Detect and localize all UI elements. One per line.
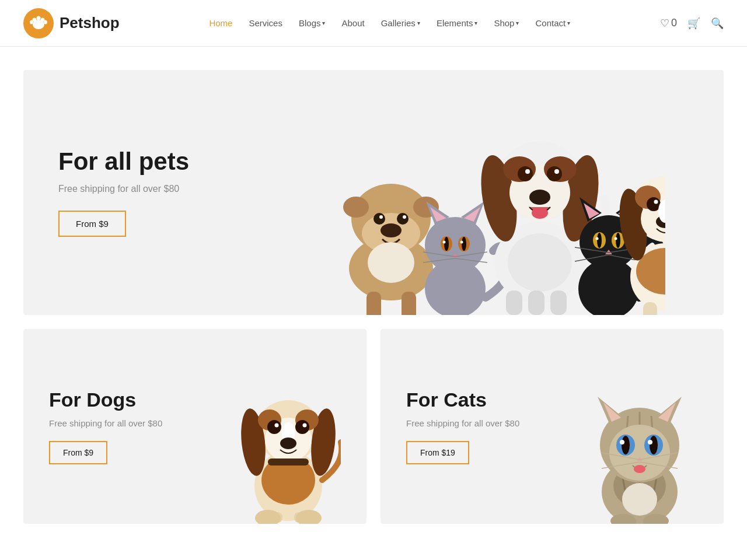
svg-point-33 — [460, 241, 463, 244]
header-icons: ♡0 🛒 🔍 — [660, 17, 724, 30]
svg-point-50 — [554, 169, 559, 174]
site-header: Petshop Home Services Blogs ▾ About Gall… — [0, 0, 747, 47]
svg-rect-87 — [643, 302, 657, 315]
cats-promo-card: For Cats Free shipping for all over $80 … — [381, 329, 724, 524]
svg-point-31 — [462, 237, 466, 251]
svg-rect-18 — [402, 292, 416, 315]
dogs-promo-button[interactable]: From $9 — [49, 441, 107, 464]
nav-shop[interactable]: Shop ▾ — [494, 18, 519, 28]
wishlist-icon[interactable]: ♡0 — [660, 17, 677, 30]
dogs-promo-card: For Dogs Free shipping for all over $80 … — [23, 329, 366, 524]
svg-point-40 — [508, 233, 572, 292]
svg-rect-53 — [506, 290, 522, 315]
blogs-chevron-icon: ▾ — [322, 20, 325, 26]
svg-point-5 — [30, 20, 33, 24]
svg-point-49 — [525, 169, 530, 174]
dogs-promo-image — [162, 355, 341, 524]
logo-icon — [23, 8, 54, 38]
svg-point-30 — [444, 237, 449, 251]
shop-chevron-icon: ▾ — [516, 20, 519, 26]
hero-button[interactable]: From $9 — [58, 211, 126, 237]
svg-point-131 — [634, 465, 645, 473]
logo-text: Petshop — [60, 14, 120, 32]
svg-rect-17 — [366, 292, 381, 315]
hero-subtitle: Free shipping for all over $80 — [58, 184, 189, 194]
svg-point-128 — [620, 440, 624, 444]
dogs-promo-subtitle: Free shipping for all over $80 — [49, 418, 162, 428]
nav-about[interactable]: About — [341, 18, 364, 28]
svg-point-129 — [648, 440, 652, 444]
nav-elements[interactable]: Elements ▾ — [437, 18, 478, 28]
svg-point-10 — [374, 213, 385, 225]
svg-point-65 — [616, 233, 620, 248]
pets-svg — [303, 105, 665, 315]
nav-galleries[interactable]: Galleries ▾ — [381, 18, 420, 28]
hero-banner: For all pets Free shipping for all over … — [23, 70, 724, 315]
svg-point-51 — [529, 190, 550, 205]
svg-point-48 — [547, 166, 562, 181]
cats-promo-content: For Cats Free shipping for all over $80 … — [406, 388, 519, 490]
svg-point-67 — [615, 237, 617, 240]
dogs-promo-content: For Dogs Free shipping for all over $80 … — [49, 388, 162, 490]
svg-point-104 — [280, 438, 296, 449]
svg-point-83 — [654, 200, 658, 204]
dogs-promo-title: For Dogs — [49, 388, 162, 411]
svg-point-3 — [37, 16, 41, 20]
cats-promo-subtitle: Free shipping for all over $80 — [406, 418, 519, 428]
svg-point-13 — [403, 215, 406, 219]
svg-point-12 — [379, 215, 383, 219]
svg-point-11 — [397, 213, 409, 225]
svg-rect-105 — [268, 459, 309, 466]
nav-blogs[interactable]: Blogs ▾ — [299, 18, 326, 28]
svg-point-126 — [622, 436, 630, 454]
dog-sitting-svg — [236, 372, 341, 524]
svg-point-52 — [532, 207, 548, 219]
nav-contact[interactable]: Contact ▾ — [535, 18, 570, 28]
svg-point-32 — [443, 241, 446, 244]
svg-point-19 — [368, 242, 414, 283]
svg-point-101 — [275, 424, 279, 428]
svg-point-2 — [33, 18, 37, 22]
contact-chevron-icon: ▾ — [567, 20, 570, 26]
svg-point-47 — [518, 166, 533, 181]
svg-rect-55 — [550, 290, 567, 315]
cat-kitten-svg — [581, 384, 698, 524]
svg-point-99 — [267, 420, 281, 434]
svg-point-6 — [44, 20, 47, 24]
cats-promo-button[interactable]: From $19 — [406, 441, 469, 464]
search-icon[interactable]: 🔍 — [711, 17, 724, 30]
svg-point-15 — [343, 197, 369, 218]
logo-link[interactable]: Petshop — [23, 8, 120, 38]
hero-title: For all pets — [58, 148, 189, 175]
promo-grid: For Dogs Free shipping for all over $80 … — [23, 329, 724, 524]
svg-point-102 — [303, 424, 307, 428]
svg-rect-54 — [528, 290, 544, 315]
elements-chevron-icon: ▾ — [474, 20, 477, 26]
main-content: For all pets Free shipping for all over … — [0, 47, 747, 541]
hero-content: For all pets Free shipping for all over … — [58, 148, 189, 265]
svg-point-66 — [596, 237, 599, 240]
nav-home[interactable]: Home — [209, 18, 232, 28]
hero-image — [280, 99, 689, 315]
cart-icon[interactable]: 🛒 — [687, 17, 700, 30]
galleries-chevron-icon: ▾ — [417, 20, 420, 26]
svg-point-127 — [650, 436, 658, 454]
svg-point-14 — [381, 223, 402, 237]
nav-services[interactable]: Services — [249, 18, 282, 28]
svg-point-100 — [295, 420, 309, 434]
cats-promo-image — [519, 355, 698, 524]
cats-promo-title: For Cats — [406, 388, 519, 411]
svg-point-4 — [41, 18, 45, 22]
svg-point-23 — [425, 217, 486, 273]
svg-point-138 — [622, 483, 657, 516]
svg-point-64 — [597, 233, 602, 248]
main-nav: Home Services Blogs ▾ About Galleries ▾ … — [209, 18, 570, 28]
